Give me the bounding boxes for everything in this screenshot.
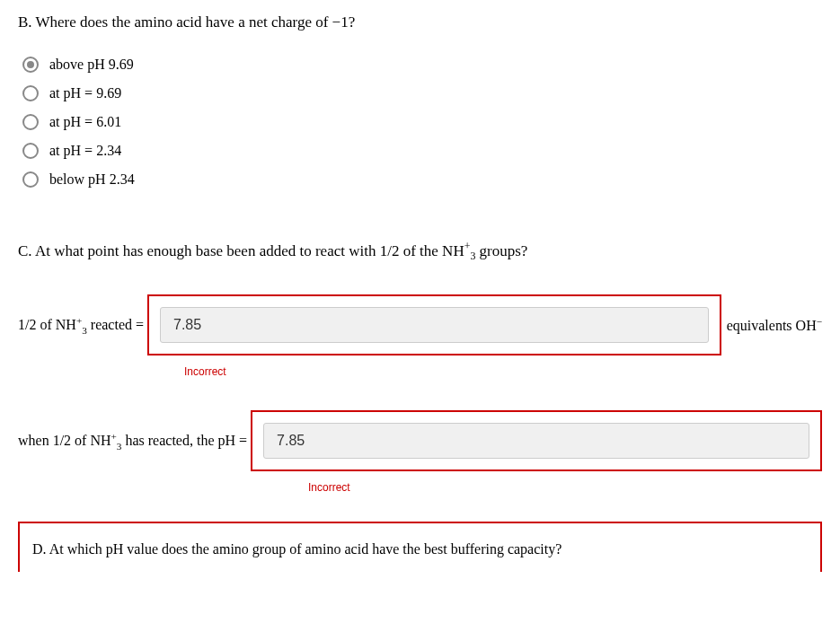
qc-suffix: groups? bbox=[475, 242, 527, 259]
option-2[interactable]: at pH = 6.01 bbox=[22, 111, 822, 133]
radio-icon bbox=[22, 171, 39, 188]
option-label: at pH = 6.01 bbox=[49, 114, 121, 130]
answer-c2-feedback: Incorrect bbox=[308, 481, 350, 494]
answer-c2-input[interactable] bbox=[263, 423, 809, 459]
answer-c2-input-wrapper bbox=[251, 410, 822, 471]
answer-c1-row: 1/2 of NH+3 reacted = equivalents OH− bbox=[18, 294, 822, 355]
option-label: below pH 2.34 bbox=[49, 171, 135, 188]
option-label: at pH = 2.34 bbox=[49, 143, 121, 159]
answer-c1-feedback: Incorrect bbox=[184, 365, 226, 378]
question-d-prompt: D. At which pH value does the amino grou… bbox=[32, 541, 808, 557]
answer-c1-feedback-row: Incorrect bbox=[184, 363, 822, 379]
radio-icon bbox=[22, 114, 39, 130]
answer-c2-feedback-row: Incorrect bbox=[308, 478, 822, 495]
option-3[interactable]: at pH = 2.34 bbox=[22, 140, 822, 162]
answer-c2-label: when 1/2 of NH+3 has reacted, the pH = bbox=[18, 431, 247, 452]
question-c-prompt: C. At what point has enough base been ad… bbox=[18, 240, 822, 263]
answer-c1-label: 1/2 of NH+3 reacted = bbox=[18, 315, 144, 336]
radio-icon bbox=[22, 57, 39, 73]
radio-icon bbox=[22, 143, 39, 159]
question-d-box: D. At which pH value does the amino grou… bbox=[18, 522, 822, 572]
answer-c1-postlabel: equivalents OH− bbox=[727, 316, 822, 334]
question-b-prompt: B. Where does the amino acid have a net … bbox=[18, 13, 822, 31]
answer-c1-input[interactable] bbox=[160, 307, 709, 343]
option-4[interactable]: below pH 2.34 bbox=[22, 169, 822, 190]
option-label: at pH = 9.69 bbox=[49, 85, 121, 101]
option-0[interactable]: above pH 9.69 bbox=[22, 54, 822, 75]
answer-c1-input-wrapper bbox=[147, 294, 721, 355]
question-b-options: above pH 9.69 at pH = 9.69 at pH = 6.01 … bbox=[22, 54, 822, 190]
radio-icon bbox=[22, 85, 39, 101]
answer-c2-row: when 1/2 of NH+3 has reacted, the pH = bbox=[18, 410, 822, 471]
qc-prefix: C. At what point has enough base been ad… bbox=[18, 242, 464, 259]
option-1[interactable]: at pH = 9.69 bbox=[22, 83, 822, 104]
option-label: above pH 9.69 bbox=[49, 57, 134, 73]
